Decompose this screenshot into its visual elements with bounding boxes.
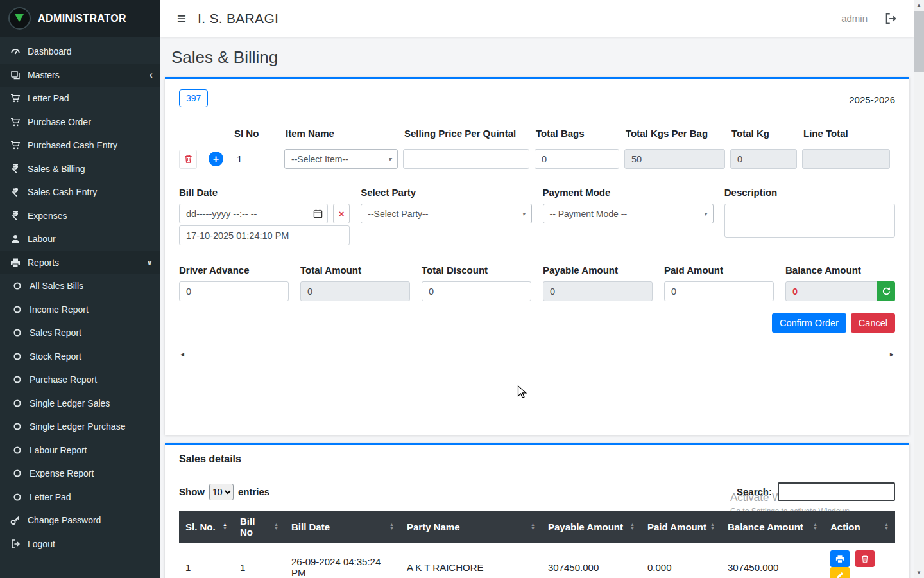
total-discount-label: Total Discount: [422, 265, 531, 276]
party-select[interactable]: --Select Party-- ▾: [361, 204, 531, 223]
sort-bill-no[interactable]: Bill No ▲▼: [234, 511, 285, 543]
app-title: I. S. BARAGI: [198, 11, 278, 26]
sort-party-name[interactable]: Party Name ▲▼: [400, 511, 542, 543]
circle-icon: [10, 492, 24, 502]
page-size-select[interactable]: 10: [209, 484, 234, 500]
sidebar-item-sales-billing[interactable]: Sales & Billing: [0, 157, 160, 181]
hamburger-icon[interactable]: ≡: [177, 11, 186, 26]
edit-row-button[interactable]: [830, 567, 850, 578]
bill-date-input[interactable]: [179, 204, 328, 223]
sidebar-item-expense-report[interactable]: Expense Report: [0, 462, 160, 486]
select-party-label: Select Party: [361, 187, 531, 198]
sidebar-item-letter-pad[interactable]: Letter Pad: [0, 87, 160, 110]
page-title: Sales & Billing: [171, 48, 903, 67]
scrollbar-thumb[interactable]: [914, 11, 924, 72]
item-table: Sl No Item Name Selling Price Per Quinta…: [179, 124, 895, 171]
sign-out-icon[interactable]: [884, 12, 897, 25]
sort-icons: ▲▼: [531, 523, 535, 531]
sidebar-item-sales-cash-entry[interactable]: Sales Cash Entry: [0, 180, 160, 204]
scroll-right-icon[interactable]: ►: [889, 351, 895, 358]
scroll-left-icon[interactable]: ◄: [179, 351, 185, 358]
refresh-balance-button[interactable]: [877, 281, 895, 301]
rupee-icon: [8, 211, 22, 221]
sidebar-item-labour-report[interactable]: Labour Report: [0, 439, 160, 462]
print-icon: [835, 554, 844, 563]
col-total-kg: Total Kg: [730, 124, 802, 146]
sidebar-item-labour[interactable]: Labour: [0, 227, 160, 251]
total-discount-input[interactable]: [422, 281, 531, 301]
table-row: 1 1 26-09-2024 04:35:24 PM A K T RAICHOR…: [179, 543, 895, 578]
item-row: + 1 --Select Item-- ▾: [179, 146, 895, 171]
total-amount-label: Total Amount: [300, 265, 410, 276]
sidebar-item-purchased-cash-entry[interactable]: Purchased Cash Entry: [0, 134, 160, 157]
calendar-icon[interactable]: [313, 209, 323, 218]
brand: ADMINISTRATOR: [0, 0, 160, 37]
sidebar-item-sales-report[interactable]: Sales Report: [0, 321, 160, 345]
cart-icon: [8, 140, 22, 150]
sidebar-item-change-password[interactable]: Change Password: [0, 509, 160, 532]
vertical-scrollbar[interactable]: ▲ ▼: [914, 0, 924, 578]
content: Sales & Billing 397 2025-2026 Sl No Item: [160, 37, 914, 578]
balance-amount-label: Balance Amount: [785, 265, 895, 276]
sidebar-item-all-sales-bills[interactable]: All Sales Bills: [0, 274, 160, 298]
print-row-button[interactable]: [830, 550, 850, 567]
confirm-order-button[interactable]: Confirm Order: [772, 313, 846, 333]
sidebar-item-masters[interactable]: Masters ‹: [0, 64, 160, 87]
scroll-up-icon[interactable]: ▲: [914, 0, 924, 11]
sidebar-item-logout[interactable]: Logout: [0, 532, 160, 556]
col-sl-no: Sl No: [233, 124, 284, 146]
sort-bill-date[interactable]: Bill Date ▲▼: [285, 511, 400, 543]
total-kg-input: [730, 149, 797, 169]
user-name[interactable]: admin: [841, 13, 868, 24]
total-bags-input[interactable]: [535, 149, 619, 169]
sidebar-item-dashboard[interactable]: Dashboard: [0, 40, 160, 64]
sort-paid-amount[interactable]: Paid Amount ▲▼: [641, 511, 721, 543]
sort-sl-no[interactable]: Sl. No. ▲▼: [179, 511, 234, 543]
sidebar-item-purchase-order[interactable]: Purchase Order: [0, 110, 160, 134]
paid-amount-input[interactable]: [664, 281, 774, 301]
description-textarea[interactable]: [724, 204, 895, 238]
delete-row-button[interactable]: [179, 150, 197, 169]
sort-payable-amount[interactable]: Payable Amount ▲▼: [542, 511, 641, 543]
trash-icon: [184, 154, 193, 164]
circle-icon: [10, 374, 24, 385]
show-label: Show: [179, 486, 205, 497]
sidebar-item-reports[interactable]: Reports ∨: [0, 251, 160, 275]
cart-icon: [8, 117, 22, 127]
payment-mode-select[interactable]: -- Payment Mode -- ▾: [543, 204, 714, 223]
item-select[interactable]: --Select Item-- ▾: [284, 149, 398, 169]
search-input[interactable]: [778, 482, 895, 501]
clear-date-button[interactable]: ×: [333, 204, 350, 223]
delete-row-button[interactable]: [855, 550, 875, 567]
balance-amount-input: [785, 281, 877, 301]
paid-amount-label: Paid Amount: [664, 265, 774, 276]
payable-amount-input: [543, 281, 653, 301]
cancel-button[interactable]: Cancel: [851, 313, 895, 333]
sort-balance-amount[interactable]: Balance Amount ▲▼: [721, 511, 824, 543]
sl-no-value: 1: [233, 153, 242, 164]
selling-price-input[interactable]: [403, 149, 529, 169]
driver-advance-input[interactable]: [179, 281, 289, 301]
search-label: Search:: [737, 486, 772, 497]
total-kgs-per-bag-input: [624, 149, 725, 169]
trash-icon: [860, 554, 869, 563]
chevron-down-icon: ▾: [522, 210, 525, 217]
sidebar-item-purchase-report[interactable]: Purchase Report: [0, 368, 160, 392]
driver-advance-label: Driver Advance: [179, 265, 289, 276]
key-icon: [8, 515, 22, 525]
col-selling-price: Selling Price Per Quintal: [403, 124, 535, 146]
sidebar-item-expenses[interactable]: Expenses: [0, 204, 160, 228]
chevron-down-icon: ▾: [704, 210, 707, 217]
add-row-button[interactable]: +: [209, 152, 223, 166]
sort-icons: ▲▼: [710, 523, 715, 531]
sidebar-item-stock-report[interactable]: Stock Report: [0, 345, 160, 369]
sidebar-item-income-report[interactable]: Income Report: [0, 298, 160, 322]
circle-icon: [10, 421, 24, 432]
sidebar-item-single-ledger-sales[interactable]: Single Ledger Sales: [0, 392, 160, 416]
sort-icons: ▲▼: [274, 523, 278, 531]
col-total-bags: Total Bags: [535, 124, 624, 146]
description-label: Description: [724, 187, 895, 198]
sidebar-item-letter-pad-report[interactable]: Letter Pad: [0, 486, 160, 509]
sidebar-item-single-ledger-purchase[interactable]: Single Ledger Purchase: [0, 415, 160, 439]
scroll-down-icon[interactable]: ▼: [914, 567, 924, 578]
